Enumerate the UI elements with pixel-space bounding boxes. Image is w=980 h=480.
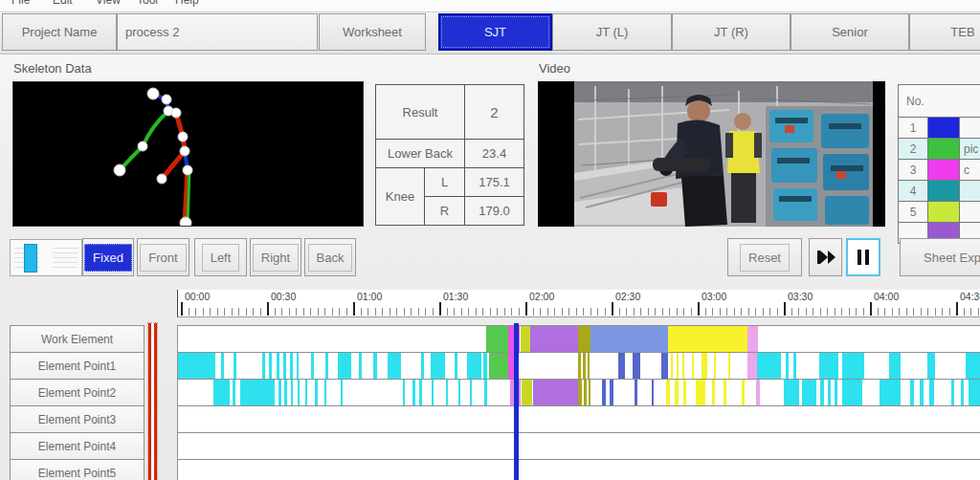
timeline-segment-cyan[interactable] [269, 353, 272, 379]
timeline-segment-yellow[interactable] [696, 380, 705, 405]
tab-senior[interactable]: Senior [791, 13, 909, 51]
timeline-segment-yellow[interactable] [682, 353, 684, 379]
timeline-segment-cyan[interactable] [419, 380, 422, 405]
timeline-segment-cyan[interactable] [483, 353, 487, 379]
view-zoom-slider[interactable] [10, 239, 82, 276]
timeline-segment-yellow[interactable] [675, 380, 679, 405]
timeline-segment-cyan[interactable] [920, 380, 924, 405]
pause-button[interactable] [846, 238, 880, 276]
timeline-segment-olive[interactable] [578, 353, 581, 379]
timeline-track-element-point5[interactable] [177, 459, 980, 480]
timeline-segment-purple[interactable] [533, 380, 578, 405]
tab-jt-l[interactable]: JT (L) [552, 13, 672, 51]
timeline-segment-cyan[interactable] [278, 380, 281, 405]
timeline-scrollbar[interactable] [148, 323, 157, 480]
tab-teb[interactable]: TEB [909, 13, 980, 51]
timeline-segment-cyan[interactable] [178, 353, 215, 379]
timeline-segment-cyan[interactable] [842, 353, 864, 379]
timeline-segment-cyan[interactable] [325, 353, 328, 379]
timeline-segment-green[interactable] [486, 326, 508, 352]
timeline-segment-cyan[interactable] [961, 380, 964, 405]
timeline-segment-cyan[interactable] [927, 353, 935, 379]
timeline-segment-cyan[interactable] [311, 353, 314, 379]
video-viewport[interactable] [538, 81, 885, 227]
timeline-segment-cyan[interactable] [359, 353, 362, 379]
timeline-segment-cyan[interactable] [388, 353, 401, 379]
skeleton-viewport[interactable] [12, 81, 364, 227]
timeline-segment-cyan[interactable] [467, 353, 481, 379]
timeline-segment-yellow[interactable] [671, 353, 673, 379]
timeline-segment-cyan[interactable] [297, 353, 299, 379]
timeline-segment-olive[interactable] [578, 326, 590, 352]
legend-row[interactable]: 1 [899, 118, 980, 139]
timeline-segment-cyan[interactable] [757, 353, 781, 379]
timeline-track-element-point3[interactable] [177, 405, 980, 433]
timeline-segment-cyan[interactable] [458, 380, 460, 405]
timeline-segment-yellow[interactable] [702, 353, 707, 379]
timeline-track-element-point4[interactable] [177, 432, 980, 460]
view-button-fixed[interactable]: Fixed [82, 238, 134, 276]
timeline-segment-yellowgreen[interactable] [522, 380, 532, 405]
timeline-segment-blue2[interactable] [633, 353, 640, 379]
timeline-segment-cyan[interactable] [446, 380, 448, 405]
timeline-segment-cyan[interactable] [341, 380, 343, 405]
legend-row[interactable]: 2pic [899, 139, 980, 160]
timeline-segment-cyan[interactable] [412, 380, 415, 405]
timeline-segment-yellow[interactable] [728, 353, 730, 379]
timeline-segment-cyan[interactable] [262, 353, 265, 379]
timeline-segment-cyan[interactable] [283, 353, 286, 379]
timeline-segment-cyan[interactable] [432, 380, 434, 405]
timeline-segment-olive[interactable] [589, 380, 590, 405]
timeline-segment-blue2[interactable] [652, 380, 654, 405]
timeline-segment-cyan[interactable] [240, 380, 275, 405]
tab-worksheet[interactable]: Worksheet [319, 13, 426, 51]
legend-row[interactable]: 5 [899, 202, 980, 223]
timeline-segment-yellow[interactable] [677, 353, 679, 379]
playhead-cursor[interactable] [514, 323, 519, 480]
menu-item-edit[interactable]: Edit [53, 0, 73, 7]
timeline-segment-cyan[interactable] [221, 353, 224, 379]
view-button-front[interactable]: Front [137, 238, 189, 276]
timeline-segment-cyan[interactable] [966, 353, 980, 379]
timeline-segment-cyan[interactable] [802, 380, 816, 405]
timeline-segment-cyan[interactable] [373, 353, 377, 379]
timeline-segment-blue2[interactable] [602, 380, 606, 405]
legend-row[interactable]: 3c [899, 160, 980, 181]
timeline-segment-yellow[interactable] [666, 380, 670, 405]
timeline-segment-yellowgreen[interactable] [521, 326, 530, 352]
timeline-segment-blue2[interactable] [635, 380, 637, 405]
timeline-segment-cyan[interactable] [290, 353, 293, 379]
tab-jt-r[interactable]: JT (R) [672, 13, 791, 51]
timeline-segment-blue2[interactable] [661, 353, 668, 379]
timeline-segment-olive[interactable] [588, 353, 590, 379]
menu-item-help[interactable]: Help [175, 0, 199, 7]
timeline-segment-cyan[interactable] [403, 380, 405, 405]
timeline-ruler[interactable]: 00:0000:3001:0001:3002:0002:3003:0003:30… [177, 290, 980, 317]
menu-item-view[interactable]: View [96, 0, 121, 7]
timeline-segment-cyan[interactable] [315, 380, 318, 405]
timeline-segment-cyan[interactable] [338, 353, 351, 379]
menu-item-file[interactable]: File [11, 0, 30, 7]
timeline-segment-cyan[interactable] [298, 380, 300, 405]
timeline-segment-yellow[interactable] [714, 353, 716, 379]
project-name-input[interactable]: process 2 [117, 13, 318, 51]
timeline-segment-cyan[interactable] [786, 353, 789, 379]
timeline-segment-cyan[interactable] [305, 380, 307, 405]
timeline-segment-purple[interactable] [530, 326, 578, 352]
view-button-left[interactable]: Left [194, 238, 247, 276]
timeline-segment-pink[interactable] [747, 353, 757, 379]
timeline-segment-olive[interactable] [583, 353, 586, 379]
timeline-segment-pink[interactable] [756, 380, 760, 405]
skip-to-start-button[interactable] [809, 238, 842, 276]
timeline-segment-olive[interactable] [584, 380, 587, 405]
timeline-segment-yellow[interactable] [724, 380, 726, 405]
view-button-right[interactable]: Right [250, 238, 301, 276]
timeline-segment-cyan[interactable] [484, 380, 487, 405]
timeline-segment-cyan[interactable] [910, 380, 914, 405]
timeline-segment-cyan[interactable] [842, 380, 862, 405]
timeline-segment-yellow[interactable] [712, 380, 715, 405]
element-legend-table[interactable]: No. 12pic3c45 [898, 84, 980, 244]
timeline-segment-cornflower[interactable] [590, 326, 668, 352]
legend-row[interactable]: 4 [899, 181, 980, 202]
timeline-segment-cyan[interactable] [234, 353, 236, 379]
